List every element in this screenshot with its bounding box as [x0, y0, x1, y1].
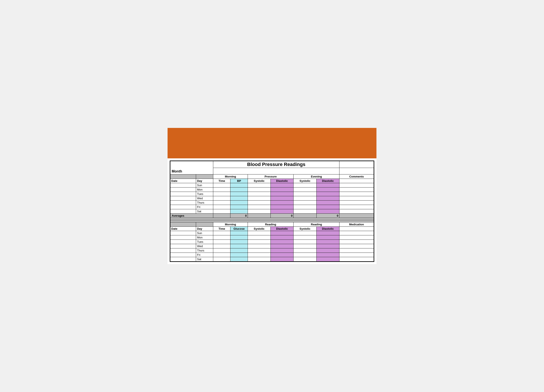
day-thurs2: Thurs — [196, 248, 213, 253]
reading2-label: Reading — [294, 222, 339, 227]
diastolic-cell2[interactable] — [316, 183, 339, 187]
day-sat: Sat — [196, 209, 213, 214]
comments-cell[interactable] — [339, 183, 374, 187]
time-header2: Time — [213, 227, 231, 231]
day-sat2: Sat — [196, 257, 213, 262]
diastolic-header2: Diastolic — [316, 179, 339, 183]
day-tues2: Tues — [196, 240, 213, 244]
date-header: Date — [170, 179, 196, 183]
gray1 — [170, 175, 196, 179]
table-row: Sat — [170, 257, 374, 262]
systolic-header2: Systolic — [294, 179, 316, 183]
date-header2: Date — [170, 227, 196, 231]
diastolic-header3: Diastolic — [271, 227, 294, 231]
diastolic-header1: Diastolic — [271, 179, 294, 183]
section-gap-row — [170, 218, 374, 220]
title-row: Month Blood Pressure Readings — [170, 161, 374, 168]
averages-label: Averages — [170, 214, 213, 218]
title-spacer-right — [339, 168, 374, 175]
table-row: Thurs — [170, 248, 374, 253]
table-row: Fri — [170, 205, 374, 209]
top-right-empty — [339, 161, 374, 168]
table-row: Mon — [170, 235, 374, 240]
morning-label: Morning — [213, 175, 248, 179]
bp-cell[interactable] — [231, 183, 248, 187]
day-header2: Day — [196, 227, 213, 231]
section-gap-cell2 — [170, 220, 374, 222]
main-table-container: Month Blood Pressure Readings Morning Pr… — [170, 161, 374, 262]
systolic-header1: Systolic — [248, 179, 271, 183]
diastolic-cell1[interactable] — [271, 183, 294, 187]
title-cell: Blood Pressure Readings — [213, 161, 339, 168]
day-fri2: Fri — [196, 253, 213, 257]
table-row: Wed — [170, 244, 374, 248]
title-spacer-cell — [213, 168, 339, 175]
morning-label2: Morning — [213, 222, 248, 227]
comments-label: Comments — [339, 175, 374, 179]
table-row: Tues — [170, 192, 374, 196]
table-row: Tues — [170, 240, 374, 244]
table-row: Sat — [170, 209, 374, 214]
time-header: Time — [213, 179, 231, 183]
avg-val1: 0 — [231, 214, 248, 218]
section-gap-cell — [170, 218, 374, 220]
orange-header — [168, 128, 376, 158]
month-cell: Month — [170, 161, 213, 175]
table-row: Sun — [170, 183, 374, 187]
day-sun: Sun — [196, 183, 213, 187]
day-wed2: Wed — [196, 244, 213, 248]
date-cell[interactable] — [170, 183, 196, 187]
table-row: Thurs — [170, 201, 374, 205]
day-fri: Fri — [196, 205, 213, 209]
gray3 — [170, 222, 196, 227]
gray4 — [196, 222, 213, 227]
section-gap-row2 — [170, 220, 374, 222]
day-wed: Wed — [196, 196, 213, 201]
bp-header: BP — [231, 179, 248, 183]
table-row: Mon — [170, 187, 374, 192]
table-row: Wed — [170, 196, 374, 201]
day-thurs: Thurs — [196, 201, 213, 205]
blood-pressure-table: Month Blood Pressure Readings Morning Pr… — [170, 161, 374, 262]
systolic-header4: Systolic — [294, 227, 316, 231]
gray2 — [196, 175, 213, 179]
column-headers: Date Day Time BP Systolic Diastolic Syst… — [170, 179, 374, 183]
medication-label: Medication — [339, 222, 374, 227]
day-mon2: Mon — [196, 235, 213, 240]
day-mon: Mon — [196, 187, 213, 192]
section2-subheader: Morning Reading Reading Medication — [170, 222, 374, 227]
column-headers2: Date Day Time Glucose Systolic Diastolic… — [170, 227, 374, 231]
section1-subheader: Morning Pressure Evening Comments — [170, 175, 374, 179]
day-header: Day — [196, 179, 213, 183]
table-row: Fri — [170, 253, 374, 257]
day-sun2: Sun — [196, 231, 213, 235]
time-cell[interactable] — [213, 183, 231, 187]
averages-row: Averages 0 0 0 — [170, 214, 374, 218]
diastolic-header4: Diastolic — [316, 227, 339, 231]
avg-val2: 0 — [271, 214, 294, 218]
day-tues: Tues — [196, 192, 213, 196]
avg-val3: 0 — [316, 214, 339, 218]
systolic-cell2[interactable] — [294, 183, 316, 187]
pressure-label: Pressure — [248, 175, 294, 179]
evening-label: Evening — [294, 175, 339, 179]
comments-header-col — [339, 179, 374, 183]
glucose-header: Glucose — [231, 227, 248, 231]
reading1-label: Reading — [248, 222, 294, 227]
medication-header-col — [339, 227, 374, 231]
systolic-header3: Systolic — [248, 227, 271, 231]
table-row: Sun — [170, 231, 374, 235]
systolic-cell1[interactable] — [248, 183, 271, 187]
